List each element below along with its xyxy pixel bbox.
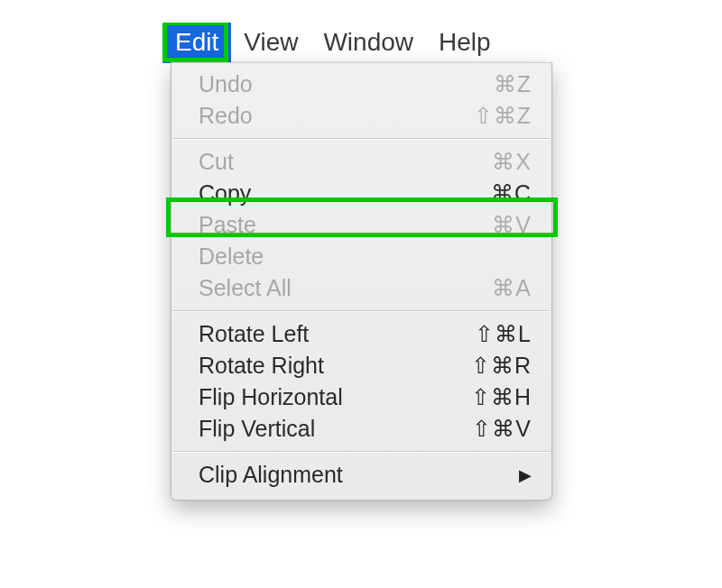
- menu-item-label: Select All: [199, 275, 292, 301]
- menu-item-label: Delete: [199, 243, 264, 270]
- menu-item-cut[interactable]: Cut ⌘X: [171, 146, 551, 178]
- menubar-item-window[interactable]: Window: [310, 23, 426, 63]
- menu-item-select-all[interactable]: Select All ⌘A: [171, 272, 551, 304]
- menubar-label: Edit: [175, 28, 218, 56]
- submenu-arrow-icon: ▶: [519, 465, 532, 485]
- menu-item-paste[interactable]: Paste ⌘V: [171, 209, 551, 241]
- menubar-item-edit[interactable]: Edit: [162, 23, 231, 63]
- menu-item-copy[interactable]: Copy ⌘C: [171, 178, 551, 209]
- menu-separator: [173, 138, 550, 140]
- menu-item-label: Flip Vertical: [199, 416, 315, 442]
- menu-item-shortcut: ⇧⌘H: [471, 384, 532, 410]
- menu-item-label: Paste: [199, 212, 256, 238]
- menu-item-rotate-right[interactable]: Rotate Right ⇧⌘R: [171, 350, 551, 381]
- menu-item-label: Rotate Left: [199, 321, 309, 347]
- edit-dropdown: Undo ⌘Z Redo ⇧⌘Z Cut ⌘X Copy ⌘C Paste ⌘V…: [171, 62, 552, 501]
- menubar-label: Window: [323, 28, 413, 56]
- app-frame: Edit View Window Help Undo ⌘Z Redo ⇧⌘Z C…: [90, 23, 632, 563]
- menu-item-label: Clip Alignment: [199, 462, 343, 488]
- menu-item-flip-horizontal[interactable]: Flip Horizontal ⇧⌘H: [171, 381, 551, 413]
- menu-item-label: Rotate Right: [199, 353, 324, 379]
- menu-item-shortcut: ⇧⌘L: [475, 321, 532, 347]
- menu-separator: [173, 310, 550, 312]
- menu-item-shortcut: ⇧⌘R: [471, 353, 532, 379]
- menu-item-flip-vertical[interactable]: Flip Vertical ⇧⌘V: [171, 413, 551, 445]
- menu-item-shortcut: ⌘C: [491, 180, 532, 207]
- menu-item-clip-alignment[interactable]: Clip Alignment ▶: [171, 459, 551, 491]
- menu-item-undo[interactable]: Undo ⌘Z: [171, 69, 551, 100]
- menu-item-delete[interactable]: Delete: [171, 241, 551, 272]
- menu-separator: [173, 451, 550, 453]
- menu-item-shortcut: ⌘X: [492, 149, 532, 175]
- menubar-label: View: [244, 28, 298, 56]
- menu-item-label: Undo: [199, 71, 253, 97]
- menubar-label: Help: [439, 28, 491, 56]
- menu-item-label: Copy: [199, 180, 251, 207]
- menu-item-shortcut: ⌘A: [492, 275, 532, 301]
- menu-item-shortcut: ⇧⌘V: [472, 416, 532, 442]
- menubar-item-help[interactable]: Help: [426, 23, 504, 63]
- menu-item-label: Redo: [199, 103, 253, 129]
- menu-item-label: Flip Horizontal: [199, 384, 343, 410]
- menu-item-rotate-left[interactable]: Rotate Left ⇧⌘L: [171, 318, 551, 350]
- menu-item-label: Cut: [199, 149, 234, 175]
- menu-item-shortcut: ⌘Z: [494, 71, 532, 97]
- menu-item-shortcut: ⇧⌘Z: [474, 103, 532, 129]
- menu-item-redo[interactable]: Redo ⇧⌘Z: [171, 100, 551, 132]
- menubar-item-view[interactable]: View: [231, 23, 310, 63]
- menubar: Edit View Window Help: [162, 23, 504, 63]
- menu-item-shortcut: ⌘V: [492, 212, 532, 238]
